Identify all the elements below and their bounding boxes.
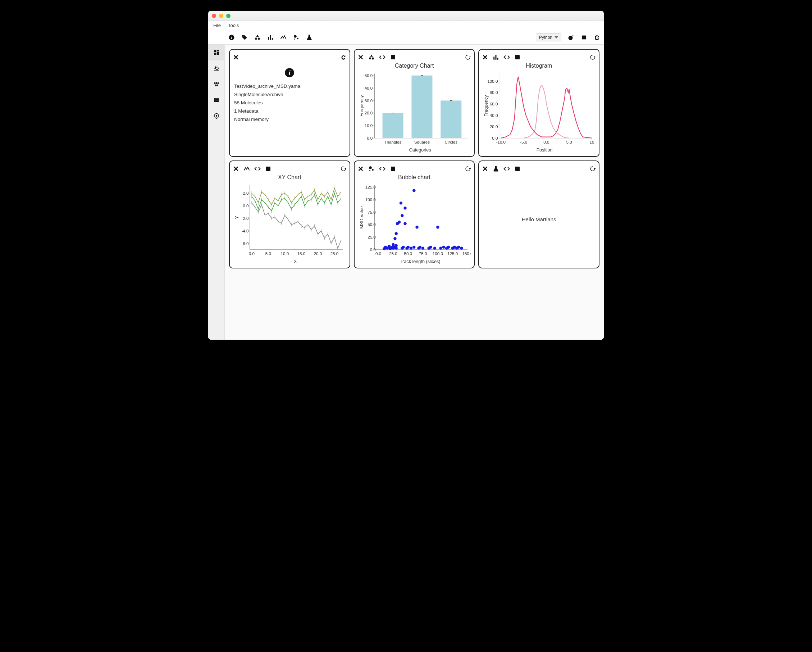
svg-point-197 [403, 222, 406, 225]
category-chart-plot: 0.010.020.030.040.050.0 TrianglesSquares… [357, 70, 472, 153]
stop-icon[interactable] [581, 34, 587, 41]
svg-text:75.0: 75.0 [418, 251, 427, 256]
chart-title: Category Chart [357, 63, 472, 69]
close-icon[interactable] [482, 54, 488, 60]
svg-point-21 [215, 84, 217, 86]
svg-point-29 [371, 57, 374, 60]
code-icon[interactable] [379, 54, 386, 60]
svg-point-193 [399, 202, 402, 204]
xy-chart-card: XY Chart -6.0-4.0-2.00.02.0 0.05.010.015… [229, 161, 350, 268]
menu-tools[interactable]: Tools [228, 23, 239, 28]
refresh-icon[interactable] [340, 54, 346, 60]
line-chart-icon[interactable] [280, 34, 287, 41]
sidebar-microscope[interactable] [208, 60, 225, 76]
code-icon[interactable] [504, 54, 510, 60]
svg-rect-5 [268, 37, 269, 40]
chart-title: XY Chart [233, 174, 346, 181]
close-icon[interactable] [357, 54, 364, 60]
bar-chart-icon[interactable] [493, 54, 499, 60]
svg-point-187 [394, 237, 396, 240]
book-icon[interactable] [390, 54, 396, 60]
category-icon[interactable] [368, 54, 375, 60]
svg-text:-5.0: -5.0 [520, 139, 527, 144]
reload-icon[interactable] [465, 54, 471, 60]
svg-text:-2.0: -2.0 [241, 216, 249, 220]
svg-text:-10.0: -10.0 [496, 139, 505, 144]
sidebar-settings[interactable] [208, 108, 225, 124]
svg-point-201 [409, 246, 412, 249]
svg-point-206 [418, 246, 421, 249]
book-icon[interactable] [514, 54, 521, 60]
close-icon[interactable] [357, 165, 364, 172]
language-label: Python [539, 35, 553, 40]
svg-rect-36 [441, 100, 461, 138]
chart-title: Histogram [482, 63, 596, 69]
bar-chart-icon[interactable] [267, 34, 274, 41]
info-card: i TestVideo_archive_MSD.yama SingleMolec… [229, 49, 350, 157]
bomb-icon[interactable] [568, 34, 574, 41]
toolbar: i Python [208, 30, 604, 44]
code-icon[interactable] [379, 165, 386, 172]
maximize-window-button[interactable] [226, 14, 230, 18]
line-chart-icon[interactable] [243, 165, 250, 172]
svg-text:25.0: 25.0 [389, 251, 397, 256]
svg-text:20.0: 20.0 [490, 124, 498, 129]
reload-icon[interactable] [340, 165, 346, 172]
code-icon[interactable] [504, 165, 510, 172]
svg-text:Frequency: Frequency [359, 95, 364, 116]
svg-text:0.0: 0.0 [249, 251, 255, 256]
svg-point-204 [415, 226, 418, 228]
reload-icon[interactable] [589, 54, 596, 60]
category-icon[interactable] [254, 34, 261, 41]
minimize-window-button[interactable] [219, 14, 223, 18]
chart-title: Bubble chart [357, 174, 472, 181]
svg-text:75.0: 75.0 [368, 210, 376, 214]
book-icon[interactable] [514, 165, 521, 172]
language-select[interactable]: Python [536, 34, 561, 41]
svg-text:150.0: 150.0 [462, 251, 471, 256]
svg-text:20.0: 20.0 [314, 251, 322, 256]
sidebar-molecules[interactable] [208, 76, 225, 92]
menu-file[interactable]: File [213, 23, 221, 28]
svg-text:MSD-value: MSD-value [359, 206, 364, 229]
svg-text:Frequency: Frequency [484, 95, 489, 116]
svg-text:20.0: 20.0 [364, 110, 372, 115]
flask-icon[interactable] [493, 165, 499, 172]
svg-rect-12 [582, 35, 586, 39]
close-icon[interactable] [233, 54, 239, 60]
code-icon[interactable] [254, 165, 261, 172]
svg-text:Categories: Categories [409, 147, 431, 153]
close-icon[interactable] [482, 165, 488, 172]
svg-text:i: i [289, 69, 291, 77]
svg-rect-24 [215, 99, 218, 100]
tag-icon[interactable] [241, 34, 248, 41]
svg-text:25.0: 25.0 [330, 251, 339, 256]
svg-rect-13 [214, 50, 216, 52]
info-icon[interactable]: i [228, 34, 235, 41]
svg-text:50.0: 50.0 [404, 251, 412, 256]
sidebar-book[interactable] [208, 92, 225, 108]
svg-text:100.0: 100.0 [488, 79, 498, 84]
bubble-chart-icon[interactable] [293, 34, 299, 41]
book-icon[interactable] [390, 165, 396, 172]
svg-point-173 [372, 169, 374, 171]
svg-text:30.0: 30.0 [364, 98, 372, 103]
svg-text:10: 10 [590, 139, 594, 144]
svg-point-212 [439, 246, 442, 249]
reload-icon[interactable] [465, 165, 471, 172]
svg-text:0.0: 0.0 [544, 139, 549, 144]
sidebar-dashboard[interactable] [208, 44, 225, 60]
svg-point-22 [217, 84, 218, 86]
bubble-chart-icon[interactable] [368, 165, 375, 172]
refresh-icon[interactable] [594, 34, 600, 41]
book-icon[interactable] [265, 165, 272, 172]
svg-point-215 [447, 246, 450, 249]
svg-point-9 [297, 37, 299, 39]
svg-point-200 [406, 246, 409, 249]
flask-icon[interactable] [306, 34, 313, 41]
reload-icon[interactable] [589, 165, 596, 172]
close-window-button[interactable] [212, 14, 216, 18]
menubar: File Tools [208, 21, 604, 30]
close-icon[interactable] [233, 165, 239, 172]
svg-text:Position: Position [537, 147, 553, 153]
